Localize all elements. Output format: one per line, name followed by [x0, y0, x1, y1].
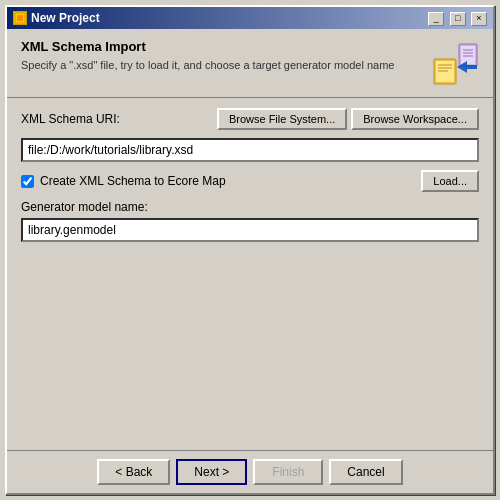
window-title: New Project — [31, 11, 100, 25]
header-text: XML Schema Import Specify a ".xsd" file,… — [21, 39, 419, 73]
schema-uri-input-row — [21, 138, 479, 162]
bottom-bar: < Back Next > Finish Cancel — [7, 450, 493, 493]
cancel-button[interactable]: Cancel — [329, 459, 402, 485]
schema-uri-label: XML Schema URI: — [21, 112, 120, 126]
browse-workspace-button[interactable]: Browse Workspace... — [351, 108, 479, 130]
schema-uri-input[interactable] — [21, 138, 479, 162]
schema-uri-row: XML Schema URI: Browse File System... Br… — [21, 108, 479, 130]
title-bar: New Project _ □ × — [7, 7, 493, 29]
ecore-map-checkbox[interactable] — [21, 175, 34, 188]
next-button[interactable]: Next > — [176, 459, 247, 485]
title-bar-controls: _ □ × — [426, 10, 487, 26]
browse-buttons: Browse File System... Browse Workspace..… — [217, 108, 479, 130]
checkbox-group: Create XML Schema to Ecore Map — [21, 174, 226, 188]
title-bar-left: New Project — [13, 11, 100, 25]
back-button[interactable]: < Back — [97, 459, 170, 485]
header-section: XML Schema Import Specify a ".xsd" file,… — [7, 29, 493, 98]
close-button[interactable]: × — [471, 12, 487, 26]
load-button[interactable]: Load... — [421, 170, 479, 192]
window: New Project _ □ × XML Schema Import Spec… — [5, 5, 495, 495]
checkbox-load-row: Create XML Schema to Ecore Map Load... — [21, 170, 479, 192]
svg-rect-1 — [17, 15, 23, 21]
form-section: XML Schema URI: Browse File System... Br… — [7, 98, 493, 284]
browse-filesystem-button[interactable]: Browse File System... — [217, 108, 347, 130]
minimize-button[interactable]: _ — [428, 12, 444, 26]
generator-label: Generator model name: — [21, 200, 479, 214]
header-icon — [429, 39, 479, 89]
finish-button[interactable]: Finish — [253, 459, 323, 485]
header-title: XML Schema Import — [21, 39, 419, 54]
window-icon — [13, 11, 27, 25]
spacer — [7, 284, 493, 450]
header-subtitle: Specify a ".xsd" file, try to load it, a… — [21, 58, 419, 73]
svg-rect-3 — [461, 46, 475, 64]
ecore-map-label[interactable]: Create XML Schema to Ecore Map — [40, 174, 226, 188]
generator-input[interactable] — [21, 218, 479, 242]
generator-input-row — [21, 218, 479, 242]
maximize-button[interactable]: □ — [450, 12, 466, 26]
